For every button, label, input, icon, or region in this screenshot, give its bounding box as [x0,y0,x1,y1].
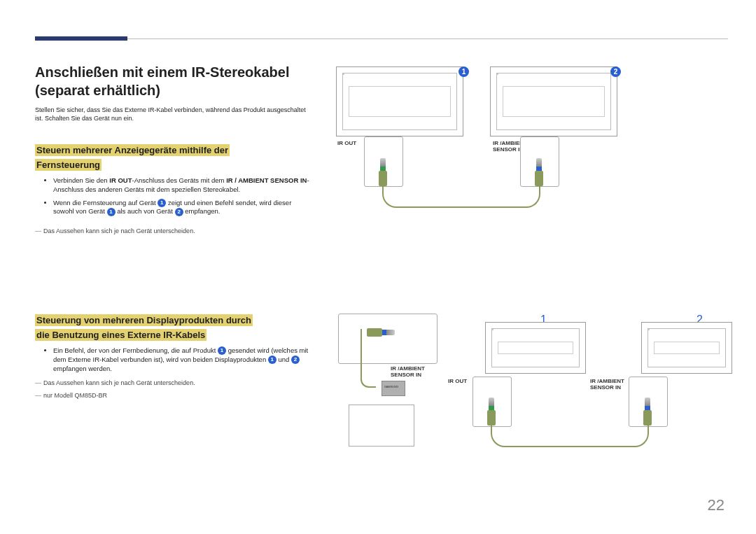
section1-bullet1: Verbinden Sie den IR OUT-Anschluss des G… [53,176,312,195]
badge-1-icon: 1 [158,199,166,207]
badge-2-large: 2 [610,66,621,77]
section2-note1: Das Aussehen kann sich je nach Gerät unt… [35,379,195,386]
section1-heading: Steuern mehrerer Anzeigegeräte mithilfe … [35,143,230,173]
port-remote-ir-in [338,314,438,364]
remote-control-icon [349,405,414,447]
display-2-small-icon [641,322,732,374]
ir-receiver-icon: SAMSUNG [382,381,405,396]
section2-heading-line2: die Benutzung eines Externe IR-Kabels [35,329,206,341]
cable-icon [360,329,376,388]
section1-heading-line1: Steuern mehrerer Anzeigegeräte mithilfe … [35,144,230,156]
display-1-back-icon [336,66,463,136]
display-2-back-icon [490,66,617,136]
label-ir-out-2: IR OUT [448,378,467,384]
badge-1-large: 1 [458,66,469,77]
section1-bullet2: Wenn die Fernsteuerung auf Gerät 1 zeigt… [53,199,312,217]
section1-heading-line2: Fernsteuerung [35,159,102,171]
section2-heading-line1: Steuerung von mehreren Displayprodukten … [35,314,253,326]
section2-heading: Steuerung von mehreren Displayprodukten … [35,314,253,343]
header-accent-bar [35,36,127,41]
section2-bullets: Ein Befehl, der von der Fernbedienung, d… [43,346,312,377]
jack-icon [533,158,545,186]
section1-note: Das Aussehen kann sich je nach Gerät unt… [35,227,195,234]
page-title: Anschließen mit einem IR-Stereokabel (se… [35,63,315,99]
header-divider [127,38,728,39]
badge-1-icon: 1 [107,208,115,216]
jack-icon [377,158,388,186]
cable-icon [491,425,649,447]
page-number: 22 [708,496,724,514]
label-ir-out-1: IR OUT [337,140,356,146]
section2-note2: nur Modell QM85D-BR [35,392,107,399]
jack-icon [642,398,653,426]
badge-2-icon: 2 [291,356,300,364]
badge-2-icon: 2 [175,208,183,216]
badge-1-icon: 1 [218,346,226,355]
jack-icon [486,398,497,426]
intro-text: Stellen Sie sicher, dass Sie das Externe… [35,106,308,122]
cable-icon [382,185,540,208]
section2-bullet1: Ein Befehl, der von der Fernbedienung, d… [53,346,312,373]
display-1-small-icon [485,322,586,374]
label-ir-in-2a: IR /AMBIENT SENSOR IN [391,365,440,378]
section1-bullets: Verbinden Sie den IR OUT-Anschluss des G… [43,176,312,220]
badge-1-icon: 1 [268,356,276,364]
